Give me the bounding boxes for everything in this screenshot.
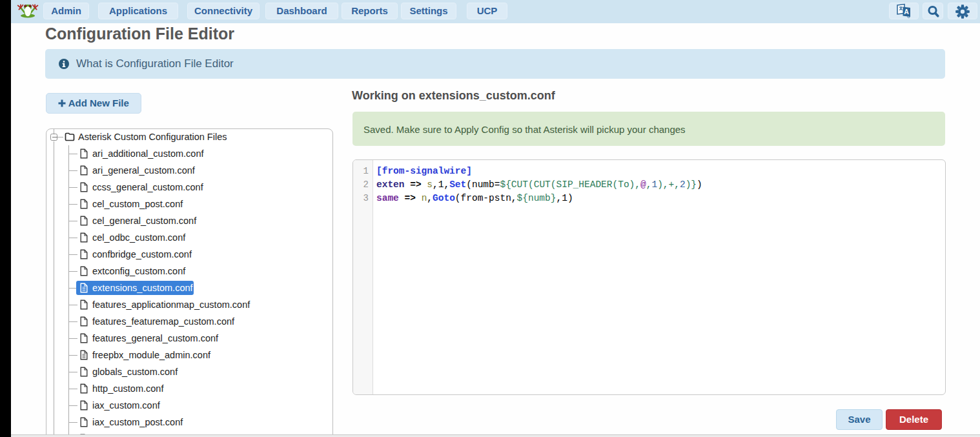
svg-text:A: A <box>904 8 909 15</box>
